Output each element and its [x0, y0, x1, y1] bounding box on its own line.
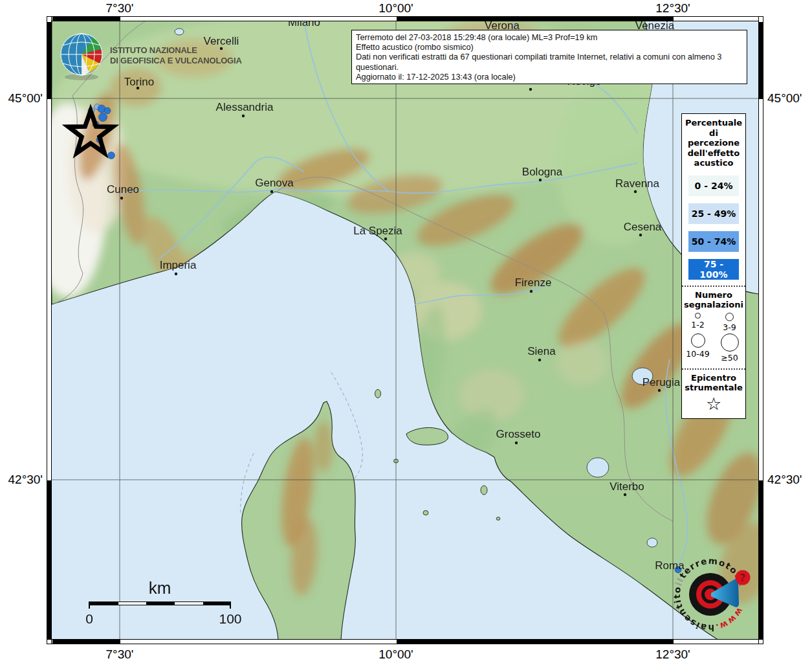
- city-label-laspezia: La Spezia: [353, 225, 402, 238]
- coord-top-1: 7°30': [106, 1, 134, 16]
- report-dot: [108, 152, 115, 159]
- signal-circle-10-49: [691, 333, 705, 348]
- coord-right-2: 42°30': [767, 473, 802, 487]
- scale-tick-end: [230, 601, 231, 609]
- map-frame-left: [47, 16, 52, 644]
- report-dot: [99, 113, 107, 122]
- legend-separator-2: [682, 368, 745, 370]
- signal-label-50plus: ≥50: [721, 353, 738, 363]
- epicenter-star-icon: ☆: [682, 395, 745, 413]
- scale-end-label: 100: [219, 611, 241, 627]
- legend-epicenter-title: Epicentro strumentale: [682, 373, 745, 393]
- map-frame-top: [47, 16, 763, 21]
- city-label-grosseto: Grosseto: [496, 428, 541, 441]
- signal-circle-1-2: [695, 313, 701, 319]
- legend-class-50-74: 50 - 74%: [688, 231, 739, 252]
- city-label-bologna: Bologna: [522, 166, 562, 179]
- coord-top-2: 10°00': [379, 1, 413, 16]
- city-label-firenze: Firenze: [515, 276, 552, 289]
- coord-left-2: 42°30': [3, 473, 43, 487]
- city-label-genova: Genova: [255, 177, 294, 190]
- event-info-box: Terremoto del 27-03-2018 15:29:48 (ora l…: [351, 30, 747, 84]
- coord-bottom-1: 7°30': [106, 647, 134, 662]
- legend-class-0-24: 0 - 24%: [688, 175, 739, 196]
- map-canvas: Milano Torino Vercelli Cremona Verona Ve…: [52, 21, 758, 639]
- legend-separator: [682, 286, 745, 287]
- signal-label-3-9: 3-9: [723, 322, 736, 332]
- signal-circle-3-9: [725, 313, 734, 321]
- coord-bottom-3: 12°30': [655, 647, 690, 662]
- event-effect-line: Effetto acustico (rombo sismico): [356, 42, 743, 52]
- scale-bar-segments: [89, 601, 230, 605]
- coord-top-3: 12°30': [655, 1, 690, 16]
- macroseismic-map-page: Milano Torino Vercelli Cremona Verona Ve…: [0, 0, 812, 663]
- city-label-viterbo: Viterbo: [609, 480, 644, 493]
- legend-title: Percentuale di percezione dell'effetto a…: [682, 118, 745, 168]
- city-label-cesena: Cesena: [624, 221, 662, 234]
- legend-signals-title: Numero segnalazioni: [682, 290, 745, 310]
- signal-label-1-2: 1-2: [691, 320, 704, 330]
- coord-left-1: 45°00': [3, 91, 43, 106]
- city-label-cuneo: Cuneo: [107, 183, 139, 196]
- city-label-perugia: Perugia: [642, 376, 681, 389]
- city-label-imperia: Imperia: [160, 259, 197, 272]
- event-title-line: Terremoto del 27-03-2018 15:29:48 (ora l…: [356, 32, 743, 42]
- haisentitoilterremoto-logo: ? www.haisentitoilterremoto.it: [672, 550, 759, 638]
- city-label-alessandria: Alessandria: [216, 101, 274, 114]
- legend-panel: Percentuale di percezione dell'effetto a…: [681, 113, 746, 419]
- map-frame-bottom: [47, 639, 763, 644]
- scale-unit-label: km: [149, 578, 171, 598]
- event-updated-line: Aggiornato il: 17-12-2025 13:43 (ora loc…: [356, 72, 743, 82]
- map-frame-right: [758, 16, 763, 644]
- event-data-line: Dati non verificati estratti da 67 quest…: [356, 52, 743, 71]
- city-label-siena: Siena: [527, 345, 555, 358]
- city-label-milano: Milano: [288, 21, 320, 29]
- ingv-name-line1: ISTITUTO NAZIONALE: [110, 45, 242, 56]
- legend-class-25-49: 25 - 49%: [688, 203, 739, 224]
- ingv-name-line2: DI GEOFISICA E VULCANOLOGIA: [110, 56, 242, 66]
- city-label-ravenna: Ravenna: [615, 177, 659, 190]
- legend-class-75-100: 75 - 100%: [688, 259, 739, 280]
- terrain-map: [52, 21, 758, 639]
- coord-right-1: 45°00': [767, 91, 802, 106]
- legend-signal-sizes: 1-2 3-9 10-49 ≥50: [682, 313, 745, 363]
- scale-tick-start: [89, 601, 90, 609]
- report-dot: [104, 107, 111, 114]
- ingv-globe-icon: [56, 30, 107, 82]
- signal-label-10-49: 10-49: [686, 349, 709, 359]
- coord-bottom-2: 10°00': [379, 647, 413, 662]
- signal-circle-50plus: [721, 333, 739, 352]
- ingv-logo: ISTITUTO NAZIONALE DI GEOFISICA E VULCAN…: [56, 30, 242, 82]
- scale-start-label: 0: [85, 611, 93, 627]
